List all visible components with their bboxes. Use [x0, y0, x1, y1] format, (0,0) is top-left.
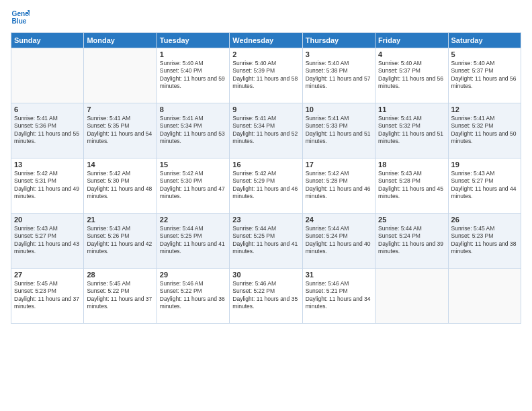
- day-number: 15: [160, 161, 226, 169]
- calendar-cell: 23Sunrise: 5:44 AMSunset: 5:25 PMDayligh…: [230, 214, 302, 269]
- cell-content: Sunrise: 5:44 AMSunset: 5:25 PMDaylight:…: [160, 225, 226, 256]
- cell-content: Sunrise: 5:41 AMSunset: 5:32 PMDaylight:…: [378, 115, 445, 146]
- calendar-cell: 31Sunrise: 5:46 AMSunset: 5:21 PMDayligh…: [302, 269, 375, 324]
- day-number: 18: [378, 161, 445, 169]
- cell-content: Sunrise: 5:40 AMSunset: 5:37 PMDaylight:…: [378, 60, 445, 91]
- cell-content: Sunrise: 5:42 AMSunset: 5:30 PMDaylight:…: [87, 170, 153, 201]
- cell-content: Sunrise: 5:43 AMSunset: 5:26 PMDaylight:…: [87, 225, 153, 256]
- calendar-cell: 19Sunrise: 5:43 AMSunset: 5:27 PMDayligh…: [448, 158, 521, 214]
- weekday-header-tuesday: Tuesday: [157, 33, 229, 48]
- svg-text:General: General: [12, 10, 30, 17]
- calendar-cell: 5Sunrise: 5:40 AMSunset: 5:37 PMDaylight…: [448, 48, 521, 103]
- cell-content: Sunrise: 5:42 AMSunset: 5:30 PMDaylight:…: [160, 170, 226, 201]
- calendar-cell: 20Sunrise: 5:43 AMSunset: 5:27 PMDayligh…: [11, 214, 84, 269]
- day-number: 27: [14, 271, 81, 279]
- cell-content: Sunrise: 5:41 AMSunset: 5:34 PMDaylight:…: [232, 115, 299, 146]
- day-number: 31: [306, 271, 372, 279]
- day-number: 10: [306, 105, 372, 113]
- cell-content: Sunrise: 5:41 AMSunset: 5:32 PMDaylight:…: [451, 115, 518, 146]
- cell-content: Sunrise: 5:43 AMSunset: 5:27 PMDaylight:…: [451, 170, 518, 201]
- cell-content: Sunrise: 5:43 AMSunset: 5:28 PMDaylight:…: [378, 170, 445, 201]
- day-number: 13: [14, 161, 81, 169]
- calendar-cell: 15Sunrise: 5:42 AMSunset: 5:30 PMDayligh…: [157, 158, 229, 214]
- calendar-cell: 9Sunrise: 5:41 AMSunset: 5:34 PMDaylight…: [230, 103, 302, 158]
- day-number: 9: [232, 105, 299, 113]
- page: General Blue SundayMondayTuesdayWednesda…: [0, 0, 532, 411]
- day-number: 29: [160, 271, 226, 279]
- calendar-cell: 10Sunrise: 5:41 AMSunset: 5:33 PMDayligh…: [302, 103, 375, 158]
- day-number: 17: [306, 161, 372, 169]
- cell-content: Sunrise: 5:40 AMSunset: 5:39 PMDaylight:…: [232, 60, 299, 91]
- calendar-cell: 2Sunrise: 5:40 AMSunset: 5:39 PMDaylight…: [230, 48, 302, 103]
- day-number: 23: [232, 216, 299, 224]
- week-row-4: 20Sunrise: 5:43 AMSunset: 5:27 PMDayligh…: [11, 214, 521, 269]
- calendar-cell: [448, 269, 521, 324]
- cell-content: Sunrise: 5:43 AMSunset: 5:27 PMDaylight:…: [14, 225, 81, 256]
- cell-content: Sunrise: 5:44 AMSunset: 5:24 PMDaylight:…: [378, 225, 445, 256]
- calendar-cell: [375, 269, 448, 324]
- weekday-header-saturday: Saturday: [448, 33, 521, 48]
- calendar-cell: 11Sunrise: 5:41 AMSunset: 5:32 PMDayligh…: [375, 103, 448, 158]
- calendar-cell: 26Sunrise: 5:45 AMSunset: 5:23 PMDayligh…: [448, 214, 521, 269]
- calendar-cell: 12Sunrise: 5:41 AMSunset: 5:32 PMDayligh…: [448, 103, 521, 158]
- cell-content: Sunrise: 5:40 AMSunset: 5:38 PMDaylight:…: [306, 60, 372, 91]
- cell-content: Sunrise: 5:45 AMSunset: 5:22 PMDaylight:…: [87, 280, 153, 311]
- cell-content: Sunrise: 5:41 AMSunset: 5:33 PMDaylight:…: [306, 115, 372, 146]
- day-number: 25: [378, 216, 445, 224]
- day-number: 12: [451, 105, 518, 113]
- day-number: 6: [14, 105, 81, 113]
- day-number: 4: [378, 50, 445, 58]
- week-row-2: 6Sunrise: 5:41 AMSunset: 5:36 PMDaylight…: [11, 103, 521, 158]
- cell-content: Sunrise: 5:40 AMSunset: 5:40 PMDaylight:…: [160, 60, 226, 91]
- calendar-cell: 16Sunrise: 5:42 AMSunset: 5:29 PMDayligh…: [230, 158, 302, 214]
- calendar-table: SundayMondayTuesdayWednesdayThursdayFrid…: [11, 32, 521, 324]
- cell-content: Sunrise: 5:40 AMSunset: 5:37 PMDaylight:…: [451, 60, 518, 91]
- cell-content: Sunrise: 5:46 AMSunset: 5:22 PMDaylight:…: [160, 280, 226, 311]
- day-number: 14: [87, 161, 153, 169]
- cell-content: Sunrise: 5:46 AMSunset: 5:21 PMDaylight:…: [306, 280, 372, 311]
- day-number: 11: [378, 105, 445, 113]
- calendar-cell: [84, 48, 157, 103]
- day-number: 22: [160, 216, 226, 224]
- cell-content: Sunrise: 5:46 AMSunset: 5:22 PMDaylight:…: [232, 280, 299, 311]
- calendar-cell: 28Sunrise: 5:45 AMSunset: 5:22 PMDayligh…: [84, 269, 157, 324]
- day-number: 26: [451, 216, 518, 224]
- day-number: 8: [160, 105, 226, 113]
- weekday-header-sunday: Sunday: [11, 33, 84, 48]
- weekday-header-monday: Monday: [84, 33, 157, 48]
- calendar-cell: 14Sunrise: 5:42 AMSunset: 5:30 PMDayligh…: [84, 158, 157, 214]
- calendar-cell: 8Sunrise: 5:41 AMSunset: 5:34 PMDaylight…: [157, 103, 229, 158]
- cell-content: Sunrise: 5:42 AMSunset: 5:31 PMDaylight:…: [14, 170, 81, 201]
- calendar-cell: 30Sunrise: 5:46 AMSunset: 5:22 PMDayligh…: [230, 269, 302, 324]
- calendar-cell: 7Sunrise: 5:41 AMSunset: 5:35 PMDaylight…: [84, 103, 157, 158]
- day-number: 16: [232, 161, 299, 169]
- day-number: 3: [306, 50, 372, 58]
- calendar-cell: 29Sunrise: 5:46 AMSunset: 5:22 PMDayligh…: [157, 269, 229, 324]
- calendar-cell: 1Sunrise: 5:40 AMSunset: 5:40 PMDaylight…: [157, 48, 229, 103]
- day-number: 30: [232, 271, 299, 279]
- week-row-1: 1Sunrise: 5:40 AMSunset: 5:40 PMDaylight…: [11, 48, 521, 103]
- cell-content: Sunrise: 5:42 AMSunset: 5:29 PMDaylight:…: [232, 170, 299, 201]
- day-number: 20: [14, 216, 81, 224]
- day-number: 7: [87, 105, 153, 113]
- day-number: 2: [232, 50, 299, 58]
- cell-content: Sunrise: 5:45 AMSunset: 5:23 PMDaylight:…: [451, 225, 518, 256]
- calendar-cell: 24Sunrise: 5:44 AMSunset: 5:24 PMDayligh…: [302, 214, 375, 269]
- day-number: 28: [87, 271, 153, 279]
- day-number: 1: [160, 50, 226, 58]
- calendar-cell: 21Sunrise: 5:43 AMSunset: 5:26 PMDayligh…: [84, 214, 157, 269]
- week-row-3: 13Sunrise: 5:42 AMSunset: 5:31 PMDayligh…: [11, 158, 521, 214]
- weekday-header-row: SundayMondayTuesdayWednesdayThursdayFrid…: [11, 33, 521, 48]
- svg-text:Blue: Blue: [12, 17, 27, 25]
- cell-content: Sunrise: 5:41 AMSunset: 5:36 PMDaylight:…: [14, 115, 81, 146]
- weekday-header-friday: Friday: [375, 33, 448, 48]
- calendar-cell: 3Sunrise: 5:40 AMSunset: 5:38 PMDaylight…: [302, 48, 375, 103]
- cell-content: Sunrise: 5:44 AMSunset: 5:25 PMDaylight:…: [232, 225, 299, 256]
- weekday-header-thursday: Thursday: [302, 33, 375, 48]
- cell-content: Sunrise: 5:41 AMSunset: 5:35 PMDaylight:…: [87, 115, 153, 146]
- calendar-cell: 6Sunrise: 5:41 AMSunset: 5:36 PMDaylight…: [11, 103, 84, 158]
- calendar-cell: 27Sunrise: 5:45 AMSunset: 5:23 PMDayligh…: [11, 269, 84, 324]
- cell-content: Sunrise: 5:45 AMSunset: 5:23 PMDaylight:…: [14, 280, 81, 311]
- weekday-header-wednesday: Wednesday: [230, 33, 302, 48]
- logo: General Blue: [11, 8, 30, 27]
